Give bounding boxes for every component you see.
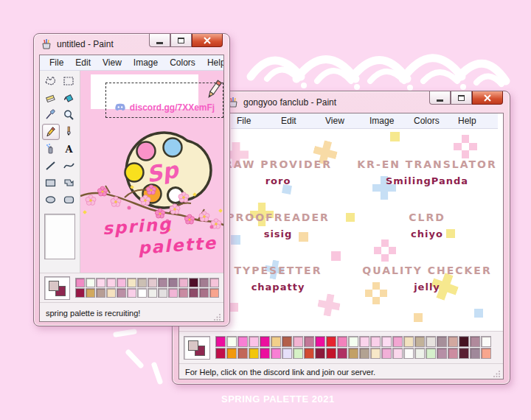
paint-canvas[interactable]: discord.gg/7XXemFj — [80, 71, 223, 273]
close-button[interactable] — [192, 34, 223, 47]
palette-swatch[interactable] — [271, 336, 281, 347]
palette-swatch[interactable] — [199, 278, 209, 287]
palette-swatch[interactable] — [370, 336, 381, 347]
tool-free-form-select-button[interactable] — [42, 73, 60, 89]
palette-swatch[interactable] — [359, 348, 369, 359]
palette-swatch[interactable] — [381, 336, 392, 347]
palette-swatch[interactable] — [75, 288, 85, 298]
palette-swatch[interactable] — [326, 336, 336, 347]
tool-brush-button[interactable] — [60, 124, 78, 140]
tool-options-box[interactable] — [44, 214, 75, 259]
palette-swatch[interactable] — [414, 336, 425, 347]
menu-item-help[interactable]: Help — [201, 55, 224, 70]
palette-swatch[interactable] — [189, 278, 198, 287]
menu-item-edit[interactable]: Edit — [69, 55, 97, 70]
palette-swatch[interactable] — [282, 336, 292, 347]
palette-swatch[interactable] — [315, 336, 325, 347]
palette-swatch[interactable] — [337, 348, 347, 359]
palette-swatch[interactable] — [271, 348, 281, 359]
menu-item-file[interactable]: File — [231, 113, 275, 128]
tool-airbrush-button[interactable] — [42, 141, 60, 157]
palette-swatch[interactable] — [75, 278, 85, 287]
tool-ellipse-button[interactable] — [42, 192, 60, 208]
palette-swatch[interactable] — [96, 278, 105, 287]
palette-swatch[interactable] — [168, 288, 178, 298]
discord-link-text[interactable]: discord.gg/7XXemFj — [130, 102, 215, 113]
palette-swatch[interactable] — [127, 278, 136, 287]
palette-swatch[interactable] — [315, 348, 325, 359]
palette-swatch[interactable] — [392, 348, 403, 359]
tool-rounded-rectangle-button[interactable] — [60, 192, 78, 208]
tool-magnifier-button[interactable] — [60, 107, 78, 123]
palette-swatch[interactable] — [403, 336, 414, 347]
palette-swatch[interactable] — [326, 348, 336, 359]
palette-swatch[interactable] — [426, 336, 436, 347]
palette-swatch[interactable] — [304, 336, 314, 347]
palette-swatch[interactable] — [392, 336, 403, 347]
palette-swatch[interactable] — [481, 336, 491, 347]
palette-swatch[interactable] — [437, 348, 447, 359]
palette-swatch[interactable] — [448, 348, 458, 359]
palette-swatch[interactable] — [106, 288, 116, 298]
menu-item-colors[interactable]: Colors — [164, 55, 201, 70]
palette-swatch[interactable] — [137, 288, 147, 298]
tool-pencil-button[interactable] — [42, 124, 60, 140]
palette-swatch[interactable] — [117, 288, 126, 298]
resize-grip[interactable] — [493, 370, 501, 377]
palette-swatch[interactable] — [348, 348, 358, 359]
menu-item-view[interactable]: View — [319, 113, 364, 128]
palette-swatch[interactable] — [86, 288, 95, 298]
palette-swatch[interactable] — [470, 348, 480, 359]
current-colors[interactable] — [184, 336, 210, 360]
palette-swatch[interactable] — [260, 336, 270, 347]
palette-swatch[interactable] — [426, 348, 436, 359]
palette-swatch[interactable] — [249, 336, 259, 347]
palette-swatch[interactable] — [226, 336, 237, 347]
palette-swatch[interactable] — [260, 348, 270, 359]
palette-swatch[interactable] — [414, 348, 425, 359]
tool-fill-with-color-button[interactable] — [60, 90, 78, 106]
palette-swatch[interactable] — [86, 278, 95, 287]
current-colors[interactable] — [44, 276, 70, 300]
titlebar-untitled[interactable]: untitled - Paint — [34, 34, 229, 55]
palette-swatch[interactable] — [381, 348, 392, 359]
palette-swatch[interactable] — [459, 336, 469, 347]
menu-item-colors[interactable]: Colors — [408, 113, 452, 128]
palette-swatch[interactable] — [117, 278, 126, 287]
palette-swatch[interactable] — [293, 336, 303, 347]
menu-item-edit[interactable]: Edit — [275, 113, 319, 128]
resize-grip[interactable] — [214, 313, 221, 321]
menu-item-image[interactable]: Image — [364, 113, 408, 128]
palette-swatch[interactable] — [158, 278, 167, 287]
tool-line-button[interactable] — [42, 158, 60, 174]
palette-swatch[interactable] — [237, 348, 248, 359]
palette-swatch[interactable] — [348, 336, 358, 347]
palette-swatch[interactable] — [209, 288, 219, 298]
palette-swatch[interactable] — [359, 336, 369, 347]
palette-swatch[interactable] — [189, 288, 198, 298]
tool-rectangle-button[interactable] — [42, 175, 60, 191]
menu-item-file[interactable]: File — [44, 55, 69, 70]
palette-swatch[interactable] — [178, 278, 188, 287]
palette-swatch[interactable] — [158, 288, 167, 298]
palette-swatch[interactable] — [437, 336, 447, 347]
close-button[interactable] — [472, 91, 503, 105]
maximize-button[interactable] — [170, 34, 192, 47]
menu-item-image[interactable]: Image — [128, 55, 164, 70]
palette-swatch[interactable] — [209, 278, 219, 287]
palette-swatch[interactable] — [215, 348, 226, 359]
maximize-button[interactable] — [451, 91, 472, 105]
palette-swatch[interactable] — [148, 278, 157, 287]
palette-swatch[interactable] — [137, 278, 147, 287]
minimize-button[interactable] — [149, 34, 170, 47]
palette-swatch[interactable] — [178, 288, 188, 298]
palette-swatch[interactable] — [481, 348, 491, 359]
palette-swatch[interactable] — [370, 348, 381, 359]
tool-pick-color-button[interactable] — [42, 107, 60, 123]
palette-swatch[interactable] — [199, 288, 209, 298]
tool-eraser-button[interactable] — [42, 90, 60, 106]
palette-swatch[interactable] — [168, 278, 178, 287]
palette-swatch[interactable] — [282, 348, 292, 359]
discord-link[interactable]: discord.gg/7XXemFj — [106, 102, 223, 113]
palette-swatch[interactable] — [304, 348, 314, 359]
